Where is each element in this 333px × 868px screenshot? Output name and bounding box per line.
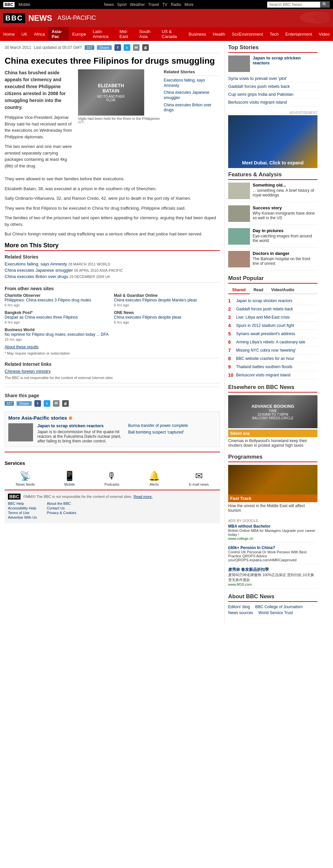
nav-uk[interactable]: UK (18, 30, 31, 39)
footer-link-advertise[interactable]: Advertise With Us (8, 516, 37, 519)
nav-scienv[interactable]: Sci/Environment (228, 30, 267, 39)
top-story-link-2[interactable]: Gaddafi forces push rebels back (228, 84, 290, 89)
about-link-blog[interactable]: Editors' blog (228, 604, 250, 609)
external-link-4[interactable]: China executes Filipinos despite pleas (114, 315, 220, 319)
more-item-2[interactable]: Bali bombing suspect 'captured' (128, 430, 217, 434)
chinese-ministry-link[interactable]: Chinese foreign ministry (5, 369, 220, 374)
nav-latin[interactable]: Latin America (89, 27, 116, 41)
popular-link-2[interactable]: Gaddafi forces push rebels back (236, 307, 317, 311)
email-icon-bottom[interactable]: ✉ (53, 400, 59, 407)
footer-link-terms[interactable]: Terms of Use (8, 511, 37, 515)
external-link-1[interactable]: Philippines: China executes 3 Filipino d… (5, 298, 111, 303)
popular-item-1: 1 Japan to scrap stricken reactors (228, 297, 317, 305)
popular-link-4[interactable]: Spurs in 2012 stadium court fight (236, 323, 317, 328)
tab-read[interactable]: Read (250, 286, 267, 293)
top-story-link[interactable]: Japan to scrap stricken reactors (253, 56, 301, 65)
nav-sport[interactable]: Sport (117, 2, 127, 7)
service-mobile[interactable]: 📱 Mobile (64, 470, 75, 486)
related-inline-item-3[interactable]: China executes Briton over drugs (164, 103, 220, 113)
footer-link-about[interactable]: About the BBC (47, 501, 76, 505)
popular-link-3[interactable]: Live: Libya and Mid-East crisis (236, 315, 317, 319)
mobile-link[interactable]: Mobile (19, 2, 30, 7)
ad-title-2[interactable]: £60k+ Pension In China? (228, 546, 317, 550)
related-link-2[interactable]: China executes Japanese smuggler (5, 268, 73, 273)
related-inline-item-1[interactable]: Executions falling, says Amnesty (164, 78, 220, 88)
more-main-link[interactable]: Japan to scrap stricken reactors (37, 423, 104, 428)
popular-link-8[interactable]: BBC website crashes for an hour (236, 356, 317, 361)
print-icon-bottom[interactable]: 🖨 (62, 400, 69, 407)
about-link-college[interactable]: BBC College of Journalism (255, 604, 303, 609)
twitter-icon-bottom[interactable]: t (44, 400, 50, 407)
service-newsfeeds[interactable]: 📡 News feeds (16, 470, 35, 486)
email-share-icon[interactable]: ✉ (133, 44, 140, 51)
tab-shared[interactable]: Shared (228, 286, 250, 294)
popular-link-5[interactable]: Syrians await president's address (236, 332, 317, 336)
related-link-3[interactable]: China executes Briton over drugs (5, 274, 68, 279)
share-button[interactable]: Share (97, 45, 112, 50)
feature-desc-1: ... something new. A brief history of ro… (253, 188, 317, 197)
advert-box[interactable]: Meet Dubai. Click to expand (228, 115, 317, 168)
popular-link-10[interactable]: Berlusconi visits migrant island (236, 373, 317, 377)
nav-uscanada[interactable]: US & Canada (158, 27, 186, 41)
share-btn-bottom[interactable]: Share (17, 401, 31, 406)
footer-readmore[interactable]: Read more. (134, 495, 152, 499)
service-email[interactable]: ✉ E-mail news (189, 470, 209, 486)
nav-mideast[interactable]: Mid-East (116, 27, 136, 41)
nav-europe[interactable]: Europe (69, 30, 89, 39)
nav-health[interactable]: Health (209, 30, 228, 39)
service-alerts[interactable]: 🔔 Alerts (148, 470, 160, 486)
nav-tech[interactable]: Tech (267, 30, 282, 39)
twitter-share-icon[interactable]: t (124, 44, 130, 51)
popular-link-7[interactable]: Missing NYC cobra now 'tweeting' (236, 348, 317, 352)
nav-radio[interactable]: Radio (171, 2, 181, 7)
nav-travel[interactable]: Travel (148, 2, 159, 7)
rss-icon[interactable]: ⊕ (68, 415, 73, 421)
related-meta-1: 28 MARCH 2011 WORLD (68, 262, 110, 266)
footer-link-help[interactable]: BBC Help (8, 501, 37, 505)
print-icon[interactable]: 🖨 (142, 44, 149, 51)
service-podcasts[interactable]: 🎙 Podcasts (105, 470, 119, 486)
top-story-link-1[interactable]: Syria vows to prevail over 'plot' (228, 76, 287, 81)
fb-icon-bottom[interactable]: f (34, 400, 41, 407)
related-link-1[interactable]: Executions falling, says Amnesty (5, 261, 67, 267)
nav-southasia[interactable]: South Asia (136, 27, 158, 41)
popular-link-9[interactable]: Thailand battles southern floods (236, 365, 317, 369)
nav-more[interactable]: More (185, 2, 193, 7)
nav-asia-pac[interactable]: Asia-Pac (48, 27, 69, 41)
nav-business[interactable]: Business (186, 30, 210, 39)
nav-entertainment[interactable]: Entertainment (282, 30, 315, 39)
ad-title-3[interactable]: 麦秀林 春发新品折扣季 (228, 567, 317, 572)
search-input[interactable] (267, 2, 320, 8)
top-story-link-4[interactable]: Berlusconi visits migrant island (228, 100, 287, 105)
popular-link-1[interactable]: Japan to scrap stricken reactors (236, 299, 317, 303)
footer-links: BBC Help Accessibility Help Terms of Use… (8, 501, 217, 520)
popular-link-6[interactable]: Arming Libya's rebels: A cautionary tale (236, 340, 317, 344)
about-results-link[interactable]: About these results (5, 345, 220, 349)
programmes-title: Programmes (228, 454, 317, 462)
about-link-sources[interactable]: News sources (228, 611, 253, 615)
nav-africa[interactable]: Africa (31, 30, 48, 39)
external-link-3[interactable]: Despair as China executes three Filipino… (5, 315, 111, 319)
about-link-trust[interactable]: World Service Trust (258, 611, 293, 615)
nav-home[interactable]: Home (0, 30, 18, 39)
nav-weather[interactable]: Weather (130, 2, 145, 7)
more-item-1[interactable]: Burma transfer of power complete (128, 423, 217, 428)
nav-news[interactable]: News (104, 2, 114, 7)
nav-video[interactable]: Video (315, 30, 333, 39)
external-link-5[interactable]: No reprieve for Filipino drug mules; exe… (5, 332, 111, 337)
external-link-2[interactable]: China executes Filipinos despite Manila'… (114, 298, 220, 303)
bbc-logo-small[interactable]: BBC (3, 2, 15, 7)
search-button[interactable]: 🔍 (320, 1, 330, 8)
fb-share-icon[interactable]: f (114, 44, 121, 51)
nav-tv[interactable]: TV (162, 2, 167, 7)
related-inline-item-2[interactable]: China executes Japanese smuggler (164, 90, 220, 100)
top-story-link-3[interactable]: Cup semi grips India and Pakistan (228, 92, 293, 97)
services-grid: 📡 News feeds 📱 Mobile 🎙 Podcasts 🔔 Alert… (5, 470, 220, 486)
tab-video[interactable]: Video/Audio (267, 286, 298, 293)
bbc-logo[interactable]: BBC (3, 13, 25, 23)
footer-link-access[interactable]: Accessibility Help (8, 506, 37, 510)
footer-link-contact[interactable]: Contact Us (47, 506, 76, 510)
ad-title-1[interactable]: MBA without Bachelor (228, 524, 317, 529)
top-nav-left: BBC Mobile (3, 2, 30, 7)
footer-link-privacy[interactable]: Privacy & Cookies (47, 511, 76, 515)
